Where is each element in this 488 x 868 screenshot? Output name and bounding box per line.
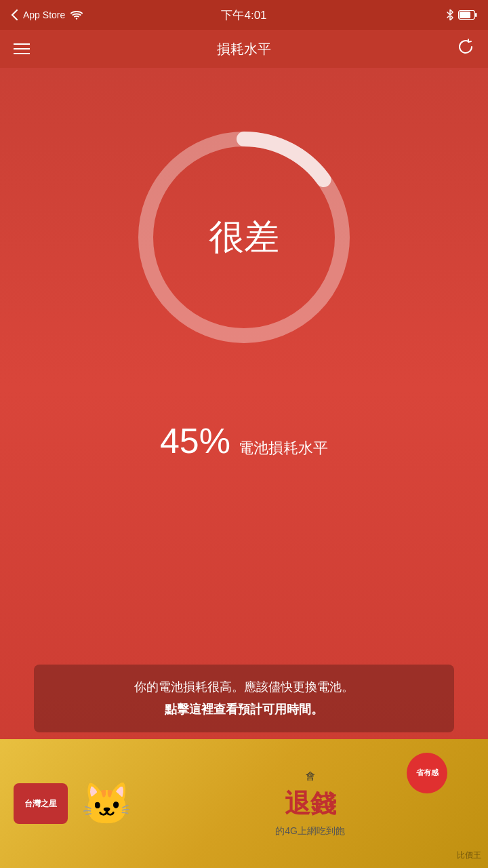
- nav-bar: 損耗水平: [0, 30, 488, 68]
- ad-tagline: 會: [306, 770, 315, 783]
- ad-badge-text: 省有感: [416, 768, 439, 777]
- main-content: 很差 45% 電池損耗水平 你的電池損耗很高。應該儘快更換電池。 點擊這裡查看預…: [0, 68, 488, 868]
- wifi-icon: [70, 10, 83, 20]
- nav-title: 損耗水平: [217, 40, 271, 58]
- ad-logo-text: 台灣之星: [24, 798, 57, 810]
- ad-watermark-text: 比價王: [457, 850, 481, 860]
- percentage-section: 45% 電池損耗水平: [160, 420, 328, 461]
- circle-chart: 很差: [129, 122, 359, 353]
- hamburger-line-2: [14, 48, 30, 50]
- ad-sub-text: 的4G上網吃到飽: [275, 825, 345, 837]
- battery-icon: [458, 10, 477, 20]
- bottom-message-box[interactable]: 你的電池損耗很高。應該儘快更換電池。 點擊這裡查看預計可用時間。: [34, 665, 454, 732]
- bluetooth-icon: [446, 9, 454, 20]
- percentage-suffix: 電池損耗水平: [239, 438, 328, 458]
- status-bar: App Store 下午4:01: [0, 0, 488, 30]
- hamburger-line-1: [14, 43, 30, 45]
- refresh-button[interactable]: [457, 38, 474, 60]
- ad-logo: 台灣之星: [14, 783, 68, 824]
- ad-main-text: 退錢: [285, 787, 336, 821]
- refresh-icon: [457, 38, 474, 56]
- circle-status-label: 很差: [209, 214, 279, 261]
- svg-rect-2: [475, 13, 477, 17]
- message-line1: 你的電池損耗很高。應該儘快更換電池。: [50, 678, 438, 696]
- status-time: 下午4:01: [221, 7, 266, 23]
- status-left: App Store: [11, 9, 83, 20]
- carrier-label: App Store: [23, 9, 65, 20]
- ad-cat-emoji: 🐱: [81, 780, 132, 828]
- svg-point-0: [76, 18, 77, 19]
- status-right: [446, 9, 477, 20]
- ad-watermark: 比價王: [457, 850, 481, 861]
- hamburger-button[interactable]: [14, 43, 30, 54]
- ad-banner[interactable]: 台灣之星 🐱 會 退錢 的4G上網吃到飽 省有感 比價王: [0, 739, 488, 868]
- svg-rect-3: [460, 12, 470, 18]
- hamburger-line-3: [14, 53, 30, 54]
- message-line2: 點擊這裡查看預計可用時間。: [50, 701, 438, 719]
- ad-badge: 省有感: [407, 753, 447, 793]
- back-arrow-icon: [11, 9, 18, 20]
- percentage-value: 45%: [160, 420, 230, 461]
